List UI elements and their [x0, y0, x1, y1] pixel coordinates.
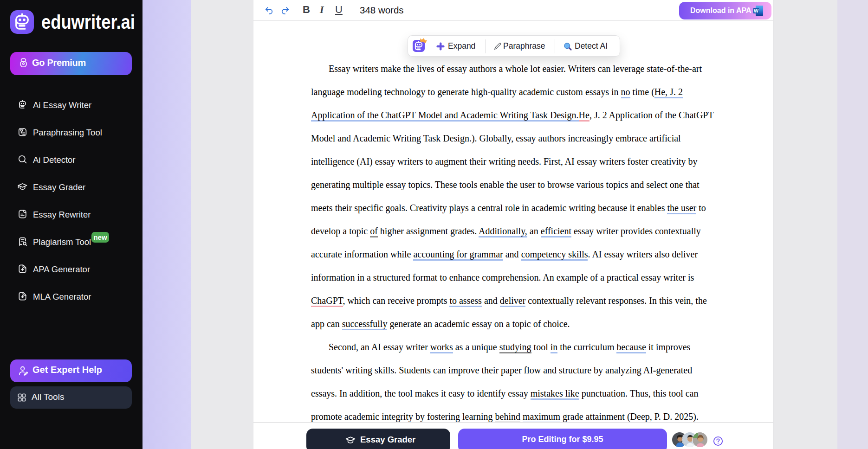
svg-text:W: W — [754, 8, 759, 13]
